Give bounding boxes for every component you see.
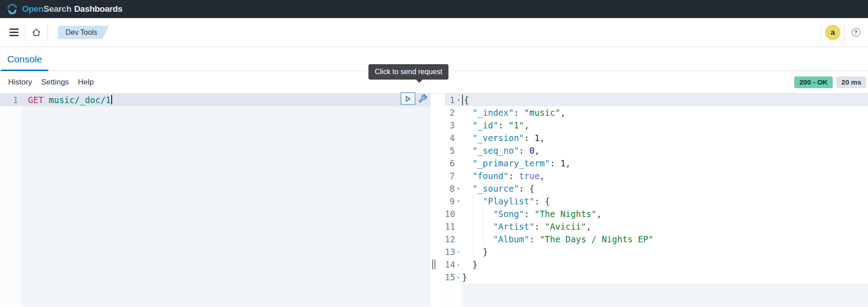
brand-search: Search — [43, 4, 71, 14]
menu-settings[interactable]: Settings — [41, 78, 69, 87]
request-actions — [401, 92, 429, 105]
line-number: 3 — [445, 119, 455, 132]
menu-history[interactable]: History — [8, 78, 32, 87]
panel-resizer[interactable] — [430, 94, 445, 307]
hamburger-icon — [9, 28, 19, 36]
line-number: 1 — [0, 94, 18, 106]
opensearch-logo-icon — [6, 3, 18, 15]
send-request-tooltip: Click to send request — [368, 64, 448, 80]
code-text: "_seq_no": 0, — [462, 144, 540, 157]
line-number: 11 — [445, 220, 455, 233]
response-code-line[interactable]: 4 "_version": 1, — [445, 132, 868, 144]
code-text: "_primary_term": 1, — [462, 157, 571, 170]
response-code-line[interactable]: 6 "_primary_term": 1, — [445, 157, 868, 170]
fold-toggle-icon[interactable]: ▾ — [455, 195, 462, 208]
text-cursor — [462, 94, 463, 105]
console-split-view: 1GET music/_doc/1 1▾{2 "_index": "music"… — [0, 93, 868, 307]
fold-toggle-icon[interactable]: ▴ — [455, 258, 462, 271]
divider — [844, 24, 845, 41]
brand-open: Open — [22, 4, 43, 14]
fold-spacer — [455, 144, 462, 157]
code-text: "_source": { — [462, 182, 534, 195]
line-number: 9 — [445, 195, 455, 208]
menu-button[interactable] — [7, 26, 21, 39]
fold-toggle-icon[interactable]: ▴ — [455, 246, 462, 258]
response-code-line[interactable]: 15▴} — [445, 271, 868, 283]
response-time-badge: 20 ms — [836, 76, 866, 88]
fold-toggle-icon[interactable]: ▾ — [455, 94, 462, 106]
line-number: 6 — [445, 157, 455, 170]
help-button[interactable]: ? — [849, 26, 863, 39]
editor-code-line[interactable]: 1GET music/_doc/1 — [0, 94, 430, 106]
help-icon: ? — [852, 28, 860, 37]
code-text: "_index": "music", — [462, 106, 566, 119]
code-text: } — [462, 246, 488, 258]
code-text: "_id": "1", — [462, 119, 529, 132]
fold-spacer — [455, 106, 462, 119]
code-text: "Artist": "Avicii", — [462, 220, 591, 233]
response-code-line[interactable]: 9▾ "Playlist": { — [445, 195, 868, 208]
fold-spacer — [455, 170, 462, 182]
fold-spacer — [455, 220, 462, 233]
response-code-line[interactable]: 8▾ "_source": { — [445, 182, 868, 195]
code-text: "Album": "The Days / Nights EP" — [462, 233, 653, 246]
text-cursor — [111, 95, 112, 104]
request-options-button[interactable] — [417, 93, 429, 104]
brand-dashboards: Dashboards — [74, 4, 123, 14]
response-code-line[interactable]: 5 "_seq_no": 0, — [445, 144, 868, 157]
fold-spacer — [455, 208, 462, 220]
code-text: "Playlist": { — [462, 195, 550, 208]
fold-spacer — [455, 233, 462, 246]
send-request-button[interactable] — [401, 92, 415, 105]
fold-toggle-icon[interactable]: ▴ — [455, 271, 462, 283]
response-viewer[interactable]: 1▾{2 "_index": "music",3 "_id": "1",4 "_… — [445, 94, 868, 307]
line-number: 4 — [445, 132, 455, 144]
line-number: 8 — [445, 182, 455, 195]
response-code-line[interactable]: 14▴ } — [445, 258, 868, 271]
code-text: "found": true, — [462, 170, 545, 182]
response-code-line[interactable]: 13▴ } — [445, 246, 868, 258]
response-code-line[interactable]: 1▾{ — [445, 94, 868, 106]
breadcrumb-dev-tools[interactable]: Dev Tools — [58, 26, 109, 39]
divider — [47, 24, 47, 41]
wrench-icon — [418, 94, 427, 103]
response-code-line[interactable]: 7 "found": true, — [445, 170, 868, 182]
tab-console[interactable]: Console — [1, 54, 48, 71]
status-badge: 200 - OK — [794, 76, 833, 88]
response-code-line[interactable]: 3 "_id": "1", — [445, 119, 868, 132]
drag-handle-icon[interactable] — [432, 260, 435, 269]
indent-guide — [483, 208, 484, 246]
response-code-line[interactable]: 12 "Album": "The Days / Nights EP" — [445, 233, 868, 246]
user-avatar[interactable]: a — [825, 25, 840, 40]
code-text: } — [462, 258, 477, 271]
code-text: GET music/_doc/1 — [18, 94, 112, 106]
fold-toggle-icon[interactable]: ▾ — [455, 182, 462, 195]
app-header: OpenSearchDashboards — [0, 0, 868, 18]
divider — [25, 24, 25, 41]
tooltip-text: Click to send request — [375, 68, 442, 76]
code-text: "_version": 1, — [462, 132, 545, 144]
code-text: { — [462, 94, 469, 106]
fold-spacer — [455, 157, 462, 170]
home-icon — [32, 28, 41, 37]
response-code-line[interactable]: 11 "Artist": "Avicii", — [445, 220, 868, 233]
indent-guide — [473, 195, 473, 258]
fold-spacer — [455, 119, 462, 132]
response-code-line[interactable]: 2 "_index": "music", — [445, 106, 868, 119]
navigation-bar: Dev Tools a ? — [0, 18, 868, 47]
opensearch-logo: OpenSearchDashboards — [6, 3, 123, 15]
line-number: 10 — [445, 208, 455, 220]
line-number: 14 — [445, 258, 455, 271]
line-number: 2 — [445, 106, 455, 119]
play-icon — [405, 95, 411, 102]
response-code-line[interactable]: 10 "Song": "The Nights", — [445, 208, 868, 220]
line-number: 15 — [445, 271, 455, 283]
code-text: } — [462, 271, 467, 283]
line-number: 13 — [445, 246, 455, 258]
menu-help[interactable]: Help — [78, 78, 94, 87]
home-button[interactable] — [29, 26, 43, 39]
line-number: 5 — [445, 144, 455, 157]
line-number: 12 — [445, 233, 455, 246]
request-editor[interactable]: 1GET music/_doc/1 — [0, 94, 430, 307]
brand-text: OpenSearchDashboards — [22, 4, 123, 14]
